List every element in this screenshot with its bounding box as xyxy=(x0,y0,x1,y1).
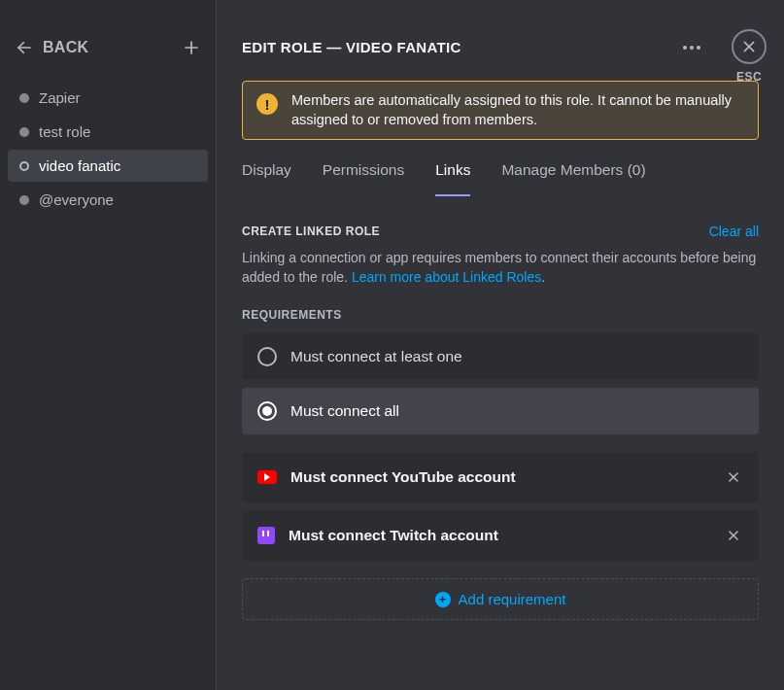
radio-icon xyxy=(257,401,277,421)
linked-role-description: Linking a connection or app requires mem… xyxy=(242,249,759,287)
learn-more-link[interactable]: Learn more about Linked Roles xyxy=(352,269,541,285)
remove-connection-button[interactable] xyxy=(724,467,743,487)
twitch-icon xyxy=(257,527,275,544)
plus-circle-icon: + xyxy=(435,592,451,607)
role-label: @everyone xyxy=(39,191,114,208)
close-icon xyxy=(741,39,757,54)
add-role-button[interactable] xyxy=(183,39,200,56)
plus-icon xyxy=(183,39,200,56)
radio-connect-at-least-one[interactable]: Must connect at least one xyxy=(242,333,759,380)
remove-connection-button[interactable] xyxy=(724,526,743,545)
role-item-test-role[interactable]: test role xyxy=(8,116,208,148)
connection-label: Must connect YouTube account xyxy=(290,468,710,486)
roles-sidebar: BACK Zapier test role video fanatic @eve… xyxy=(0,0,217,690)
close-icon xyxy=(727,529,740,542)
role-item-everyone[interactable]: @everyone xyxy=(8,184,208,216)
role-item-video-fanatic[interactable]: video fanatic xyxy=(8,150,208,182)
youtube-icon xyxy=(257,470,277,484)
role-item-zapier[interactable]: Zapier xyxy=(8,82,208,114)
radio-connect-all[interactable]: Must connect all xyxy=(242,388,759,434)
close-settings: ESC xyxy=(732,29,767,84)
role-label: video fanatic xyxy=(39,157,120,174)
connection-twitch: Must connect Twitch account xyxy=(242,510,759,561)
radio-label: Must connect all xyxy=(290,402,399,420)
tab-display[interactable]: Display xyxy=(242,161,291,196)
auto-assign-notice: ! Members are automatically assigned to … xyxy=(242,81,759,140)
main-panel: EDIT ROLE — VIDEO FANATIC ! Members are … xyxy=(217,0,784,690)
arrow-left-icon xyxy=(16,39,33,56)
requirement-mode-radio-group: Must connect at least one Must connect a… xyxy=(242,333,759,434)
more-options-button[interactable] xyxy=(683,46,700,50)
tab-permissions[interactable]: Permissions xyxy=(323,161,404,196)
role-color-dot xyxy=(19,195,29,205)
page-title: EDIT ROLE — VIDEO FANATIC xyxy=(242,39,461,55)
radio-icon xyxy=(257,347,277,366)
esc-label: ESC xyxy=(736,70,762,84)
tab-links[interactable]: Links xyxy=(435,161,470,196)
add-requirement-button[interactable]: + Add requirement xyxy=(242,578,759,620)
role-label: Zapier xyxy=(39,89,81,106)
create-linked-role-title: CREATE LINKED ROLE xyxy=(242,224,380,238)
connection-requirements-list: Must connect YouTube account Must connec… xyxy=(242,452,759,561)
role-label: test role xyxy=(39,123,90,140)
connection-youtube: Must connect YouTube account xyxy=(242,452,759,502)
role-list: Zapier test role video fanatic @everyone xyxy=(8,76,208,216)
notice-text: Members are automatically assigned to th… xyxy=(291,91,744,129)
role-color-dot xyxy=(19,127,29,137)
role-color-dot xyxy=(19,93,29,103)
tab-manage-members[interactable]: Manage Members (0) xyxy=(501,161,645,196)
warning-icon: ! xyxy=(256,93,278,115)
close-icon xyxy=(727,470,740,484)
back-button[interactable]: BACK xyxy=(16,39,88,56)
role-tabs: Display Permissions Links Manage Members… xyxy=(242,161,759,196)
requirements-title: REQUIREMENTS xyxy=(242,308,759,322)
radio-label: Must connect at least one xyxy=(290,348,462,365)
clear-all-button[interactable]: Clear all xyxy=(709,224,759,239)
close-button[interactable] xyxy=(732,29,767,64)
role-color-ring xyxy=(19,161,29,171)
back-label: BACK xyxy=(43,39,88,56)
connection-label: Must connect Twitch account xyxy=(289,527,710,544)
add-requirement-label: Add requirement xyxy=(459,591,566,607)
